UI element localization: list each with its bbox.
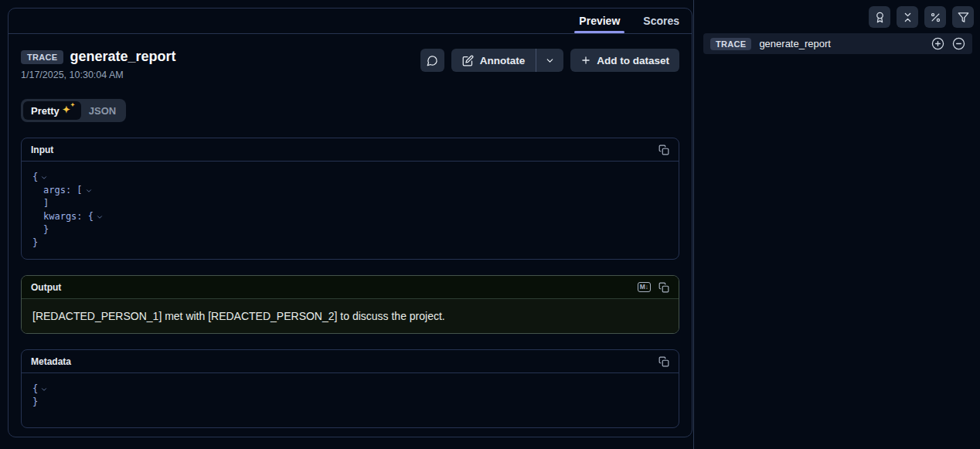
collapse-chevron-icon[interactable] — [40, 174, 48, 182]
comment-bubble-icon — [427, 55, 438, 66]
tab-bar: Preview Scores — [9, 9, 692, 34]
collapse-all-circle-minus-icon[interactable] — [952, 37, 965, 50]
json-line: kwargs: { — [32, 210, 668, 223]
trace-timestamp: 1/17/2025, 10:30:04 AM — [21, 70, 175, 80]
toggle-json[interactable]: JSON — [81, 101, 124, 120]
collapse-chevron-icon[interactable] — [96, 213, 104, 221]
output-panel-header: Output M↓ — [22, 276, 679, 299]
collapse-chevron-icon[interactable] — [85, 187, 93, 195]
json-line: { — [32, 171, 668, 184]
annotate-button[interactable]: Annotate — [451, 49, 536, 72]
trace-header-row: TRACE generate_report 1/17/2025, 10:30:0… — [21, 49, 679, 80]
metadata-panel-title: Metadata — [31, 356, 71, 367]
trace-title-line: TRACE generate_report — [21, 49, 175, 65]
metadata-panel-header: Metadata — [22, 350, 679, 373]
add-to-dataset-label: Add to dataset — [597, 55, 669, 66]
edit-pencil-icon — [462, 55, 474, 66]
preview-panel: Preview Scores TRACE generate_report 1/1… — [8, 8, 692, 437]
json-line: } — [32, 223, 668, 236]
award-icon — [874, 12, 886, 23]
annotate-dropdown-button[interactable] — [536, 49, 563, 72]
sparkles-icon: ✦ ✦ — [63, 106, 73, 116]
input-panel-header: Input — [22, 138, 679, 162]
scores-award-button[interactable] — [869, 6, 890, 28]
markdown-toggle-icon[interactable]: M↓ — [638, 282, 651, 292]
tab-scores[interactable]: Scores — [638, 9, 684, 33]
filter-funnel-icon — [958, 12, 969, 23]
trace-identity: TRACE generate_report 1/17/2025, 10:30:0… — [21, 49, 175, 80]
output-content: [REDACTED_PERSON_1] met with [REDACTED_P… — [32, 310, 668, 322]
tab-preview[interactable]: Preview — [574, 9, 624, 33]
trace-row-title: generate_report — [759, 38, 924, 49]
chevron-down-icon — [545, 56, 555, 66]
plus-icon — [580, 55, 591, 66]
collapse-chevron-icon[interactable] — [40, 386, 48, 393]
copy-icon[interactable] — [658, 282, 669, 293]
trace-actions: Annotate Add to dataset — [420, 49, 679, 72]
annotate-split-button: Annotate — [451, 49, 564, 72]
output-panel-body: [REDACTED_PERSON_1] met with [REDACTED_P… — [22, 299, 679, 333]
panel-divider[interactable] — [693, 0, 694, 449]
output-header-icons: M↓ — [638, 282, 669, 293]
view-mode-toggle: Pretty ✦ ✦ JSON — [21, 99, 126, 122]
comment-button[interactable] — [420, 49, 444, 72]
trace-title: generate_report — [70, 49, 175, 65]
add-to-dataset-button[interactable]: Add to dataset — [570, 49, 679, 72]
annotate-button-label: Annotate — [480, 55, 526, 66]
json-line: args: [ — [32, 184, 668, 197]
json-line: } — [32, 236, 668, 250]
percent-icon — [930, 12, 941, 23]
metadata-panel-body: { } — [22, 373, 679, 427]
copy-icon[interactable] — [658, 356, 669, 367]
collapse-vertical-icon — [902, 12, 914, 23]
copy-icon[interactable] — [658, 145, 669, 155]
input-panel: Input { args: [ ] kwargs: { — [21, 138, 679, 260]
tab-scores-label: Scores — [643, 15, 679, 27]
trace-type-badge: TRACE — [21, 50, 63, 64]
collapse-all-button[interactable] — [897, 6, 918, 28]
json-line: { — [32, 383, 668, 396]
metadata-panel: Metadata { } — [21, 349, 679, 428]
active-tab-underline — [574, 31, 624, 33]
pretty-label: Pretty — [31, 105, 60, 117]
trace-tree-row[interactable]: TRACE generate_report — [703, 33, 972, 54]
trace-type-badge: TRACE — [710, 38, 751, 50]
json-line: } — [32, 396, 668, 409]
preview-panel-body: TRACE generate_report 1/17/2025, 10:30:0… — [9, 34, 692, 440]
sidebar-toolbar — [869, 6, 974, 28]
trace-detail-page: { "colors": { "accent": "#8e96ec", "page… — [0, 0, 980, 449]
toggle-pretty[interactable]: Pretty ✦ ✦ — [23, 101, 81, 120]
input-panel-body: { args: [ ] kwargs: { } } — [22, 162, 679, 259]
metrics-percent-button[interactable] — [924, 6, 946, 28]
expand-all-circle-plus-icon[interactable] — [931, 37, 944, 50]
json-line: ] — [32, 197, 668, 210]
output-panel: Output M↓ [REDACTED_PERSON_1] met with [… — [21, 275, 679, 334]
filter-button[interactable] — [952, 6, 974, 28]
input-panel-title: Input — [31, 145, 53, 155]
tab-preview-label: Preview — [579, 15, 620, 27]
output-panel-title: Output — [31, 282, 61, 293]
json-label: JSON — [89, 105, 116, 117]
